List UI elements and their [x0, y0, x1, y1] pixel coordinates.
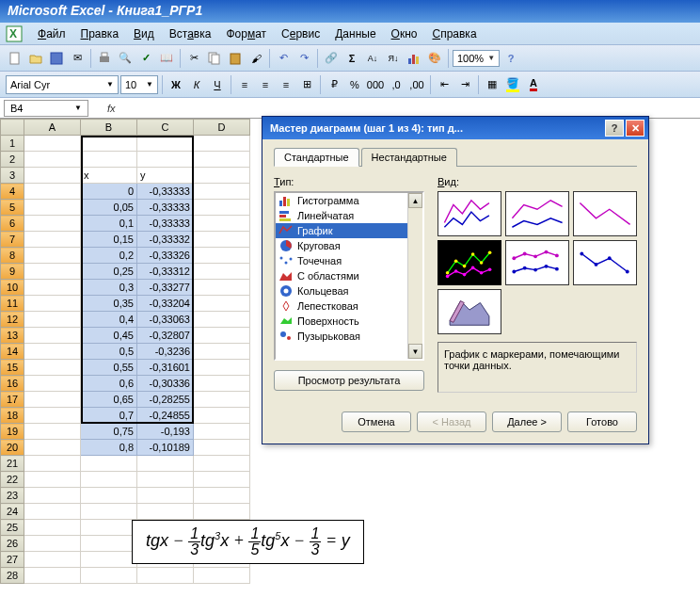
sort-desc-icon[interactable]: Я↓ — [384, 49, 403, 68]
preview-result-button[interactable]: Просмотр результата — [274, 370, 424, 391]
cancel-button[interactable]: Отмена — [342, 411, 411, 432]
menu-format[interactable]: Формат — [218, 24, 274, 43]
bold-icon[interactable]: Ж — [167, 75, 185, 94]
menu-help[interactable]: Справка — [424, 24, 484, 43]
menu-view[interactable]: Вид — [126, 24, 162, 43]
svg-text:X: X — [9, 27, 17, 40]
percent-icon[interactable]: % — [345, 75, 364, 94]
align-center-icon[interactable]: ≡ — [256, 75, 275, 94]
chart-wizard-dialog: Мастер диаграмм (шаг 1 из 4): тип д... ?… — [262, 116, 649, 444]
back-button: < Назад — [417, 411, 486, 432]
font-combo[interactable]: Arial Cyr▼ — [6, 75, 119, 94]
open-icon[interactable] — [26, 49, 45, 68]
chart-type-item[interactable]: С областями — [276, 268, 407, 283]
chart-type-list[interactable]: ГистограммаЛинейчатаяГрафикКруговаяТочеч… — [274, 191, 424, 361]
cut-icon[interactable]: ✂ — [184, 49, 203, 68]
subtype-1[interactable] — [438, 191, 501, 236]
chart-type-item[interactable]: Пузырьковая — [276, 329, 407, 344]
borders-icon[interactable]: ▦ — [483, 75, 501, 94]
research-icon[interactable]: 📖 — [157, 49, 176, 68]
drawing-icon[interactable]: 🎨 — [425, 49, 444, 68]
comma-icon[interactable]: 000 — [366, 75, 385, 94]
svg-point-43 — [512, 270, 516, 274]
chart-type-item[interactable]: Гистограмма — [276, 193, 407, 208]
finish-button[interactable]: Готово — [567, 411, 637, 432]
dec-indent-icon[interactable]: ⇤ — [435, 75, 453, 94]
chart-type-item[interactable]: Поверхность — [276, 314, 407, 329]
save-icon[interactable] — [47, 49, 66, 68]
menu-window[interactable]: Окно — [384, 24, 425, 43]
chart-type-item[interactable]: Кольцевая — [276, 283, 407, 298]
zoom-combo[interactable]: 100%▼ — [453, 50, 500, 67]
dec-decimal-icon[interactable]: ,00 — [407, 75, 426, 94]
tab-standard[interactable]: Стандартные — [274, 148, 359, 167]
subtype-4-selected[interactable] — [438, 240, 501, 285]
link-icon[interactable]: 🔗 — [322, 49, 341, 68]
scroll-down-icon[interactable]: ▼ — [408, 344, 422, 359]
window-title: Microsoft Excel - Книга1_РГР1 — [8, 3, 202, 18]
sum-icon[interactable]: Σ — [342, 49, 361, 68]
spell-icon[interactable]: ✓ — [136, 49, 155, 68]
format-painter-icon[interactable]: 🖌 — [247, 49, 265, 68]
svg-point-28 — [463, 265, 467, 268]
new-icon[interactable] — [6, 49, 24, 68]
menubar: X Файл Правка Вид Вставка Формат Сервис … — [0, 23, 700, 45]
svg-point-48 — [580, 252, 583, 256]
align-right-icon[interactable]: ≡ — [277, 75, 295, 94]
cell-reference[interactable]: B4▼ — [4, 100, 88, 117]
copy-icon[interactable] — [205, 49, 224, 68]
svg-point-38 — [512, 256, 516, 260]
svg-point-44 — [523, 266, 527, 270]
fx-icon[interactable]: fx — [107, 103, 116, 114]
menu-data[interactable]: Данные — [327, 24, 383, 43]
currency-icon[interactable]: ₽ — [325, 75, 343, 94]
subtype-6[interactable] — [573, 240, 637, 285]
mail-icon[interactable]: ✉ — [68, 49, 87, 68]
fill-color-icon[interactable]: 🪣 — [503, 75, 522, 94]
subtype-3[interactable] — [573, 191, 637, 236]
italic-icon[interactable]: К — [187, 75, 206, 94]
fontsize-combo[interactable]: 10▼ — [120, 75, 158, 94]
next-button[interactable]: Далее > — [492, 411, 562, 432]
chart-icon[interactable] — [405, 49, 423, 68]
preview-icon[interactable]: 🔍 — [116, 49, 135, 68]
inc-indent-icon[interactable]: ⇥ — [455, 75, 474, 94]
paste-icon[interactable] — [226, 49, 245, 68]
sort-asc-icon[interactable]: А↓ — [363, 49, 382, 68]
chart-type-item[interactable]: График — [276, 223, 407, 238]
chart-type-item[interactable]: Круговая — [276, 238, 407, 253]
close-button[interactable]: ✕ — [626, 120, 644, 137]
undo-icon[interactable]: ↶ — [274, 49, 293, 68]
subtype-description: График с маркерами, помечающими точки да… — [438, 342, 637, 393]
redo-icon[interactable]: ↷ — [294, 49, 313, 68]
svg-rect-17 — [279, 218, 291, 221]
window-titlebar: Microsoft Excel - Книга1_РГР1 — [0, 0, 700, 23]
align-left-icon[interactable]: ≡ — [235, 75, 254, 94]
chart-type-item[interactable]: Линейчатая — [276, 208, 407, 223]
type-scrollbar[interactable]: ▲ ▼ — [407, 193, 422, 359]
underline-icon[interactable]: Ч — [208, 75, 227, 94]
print-icon[interactable] — [95, 49, 114, 68]
format-toolbar: Arial Cyr▼ 10▼ Ж К Ч ≡ ≡ ≡ ⊞ ₽ % 000 ,0 … — [0, 72, 700, 98]
svg-rect-8 — [231, 54, 240, 64]
excel-icon: X — [6, 25, 23, 42]
dialog-titlebar[interactable]: Мастер диаграмм (шаг 1 из 4): тип д... ?… — [262, 117, 648, 139]
merge-icon[interactable]: ⊞ — [297, 75, 316, 94]
svg-rect-10 — [412, 55, 415, 64]
svg-point-46 — [545, 265, 549, 268]
chart-type-item[interactable]: Точечная — [276, 253, 407, 268]
help-button[interactable]: ? — [605, 120, 624, 137]
chart-type-item[interactable]: Лепестковая — [276, 298, 407, 314]
menu-insert[interactable]: Вставка — [162, 24, 219, 43]
subtype-5[interactable] — [505, 240, 569, 285]
menu-edit[interactable]: Правка — [73, 24, 127, 43]
inc-decimal-icon[interactable]: ,0 — [387, 75, 406, 94]
scroll-up-icon[interactable]: ▲ — [408, 193, 422, 208]
tab-custom[interactable]: Нестандартные — [361, 148, 457, 167]
menu-service[interactable]: Сервис — [274, 24, 327, 43]
menu-file[interactable]: Файл — [30, 24, 73, 43]
subtype-7[interactable] — [438, 289, 501, 334]
help-icon[interactable]: ? — [501, 49, 520, 68]
subtype-2[interactable] — [505, 191, 569, 236]
font-color-icon[interactable]: А — [524, 75, 543, 94]
